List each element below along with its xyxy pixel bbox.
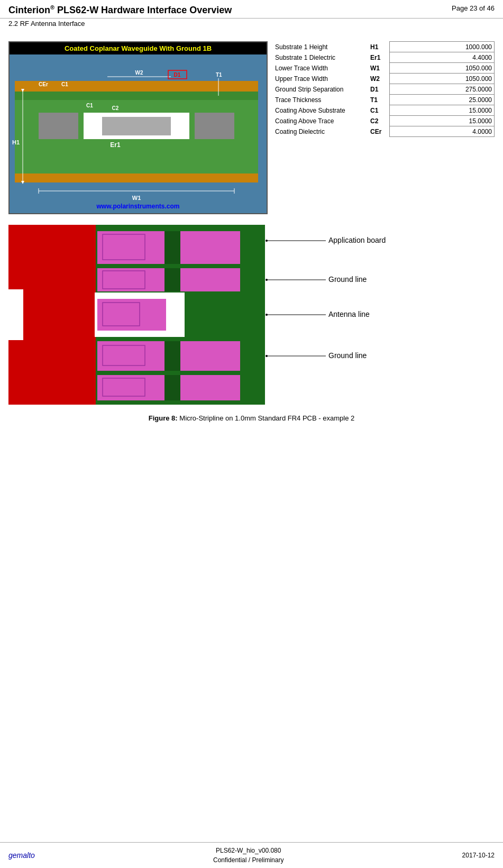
title-text: Cinterion — [8, 5, 50, 15]
svg-text:Antenna line: Antenna line — [328, 310, 370, 318]
diagram-svg: H1 Er1 W1 C2 C1 W2 D1 — [10, 54, 263, 211]
param-name-6: Coating Above Substrate — [273, 105, 368, 116]
top-section: Coated Coplanar Waveguide With Ground 1B — [8, 41, 495, 214]
confidentiality: Confidential / Preliminary — [213, 855, 283, 865]
svg-text:D1: D1 — [174, 72, 181, 78]
param-value-1: 4.4000 — [389, 52, 495, 63]
section-subtitle: 2.2 RF Antenna Interface — [0, 19, 503, 31]
svg-text:Ground line: Ground line — [328, 275, 367, 284]
param-name-0: Substrate 1 Height — [273, 42, 368, 52]
param-name-3: Upper Trace Width — [273, 74, 368, 84]
svg-text:W1: W1 — [132, 195, 141, 201]
footer-center: PLS62-W_hio_v00.080 Confidential / Preli… — [213, 846, 283, 865]
svg-rect-41 — [164, 268, 180, 291]
svg-rect-7 — [39, 113, 78, 139]
param-row-4: Ground Strip Separation D1 275.0000 — [273, 84, 495, 95]
svg-text:W2: W2 — [135, 70, 143, 76]
svg-rect-3 — [15, 90, 258, 100]
pcb-diagram-svg: Application board Ground line Antenna li… — [8, 225, 503, 410]
main-content: Coated Coplanar Waveguide With Ground 1B — [0, 31, 503, 438]
svg-text:Application board: Application board — [328, 236, 386, 244]
param-value-6: 15.0000 — [389, 105, 495, 116]
header: Cinterion® PLS62-W Hardware Interface Ov… — [0, 0, 503, 19]
title-rest: PLS62-W Hardware Interface Overview — [54, 5, 232, 15]
param-name-5: Trace Thickness — [273, 95, 368, 105]
svg-text:C2: C2 — [112, 105, 119, 111]
svg-rect-8 — [195, 113, 234, 139]
waveguide-diagram: Coated Coplanar Waveguide With Ground 1B — [8, 41, 268, 214]
figure-label: Figure 8: — [149, 414, 178, 422]
param-symbol-8: CEr — [368, 126, 389, 137]
param-row-2: Lower Trace Width W1 1050.000 — [273, 63, 495, 74]
svg-text:H1: H1 — [12, 139, 20, 145]
param-symbol-3: W2 — [368, 74, 389, 84]
figure-caption: Figure 8: Micro-Stripline on 1.0mm Stand… — [8, 414, 495, 422]
page-number: Page 23 of 46 — [452, 4, 495, 12]
svg-text:Er1: Er1 — [110, 141, 121, 149]
param-symbol-6: C1 — [368, 105, 389, 116]
svg-rect-4 — [15, 81, 258, 92]
params-table: Substrate 1 Height H1 1000.000 Substrate… — [273, 41, 495, 137]
param-row-8: Coating Dielectric CEr 4.0000 — [273, 126, 495, 137]
param-value-0: 1000.000 — [389, 42, 495, 52]
svg-point-54 — [266, 314, 268, 316]
param-symbol-1: Er1 — [368, 52, 389, 63]
param-name-4: Ground Strip Separation — [273, 84, 368, 95]
pcb-section: Application board Ground line Antenna li… — [8, 225, 495, 422]
document-id: PLS62-W_hio_v00.080 — [213, 846, 283, 855]
param-name-1: Substrate 1 Dielectric — [273, 52, 368, 63]
svg-text:C1: C1 — [86, 103, 93, 108]
param-name-8: Coating Dielectric — [273, 126, 368, 137]
company-logo: gemalto — [8, 851, 35, 860]
figure-text: Micro-Stripline on 1.0mm Standard FR4 PC… — [178, 414, 355, 422]
svg-rect-27 — [8, 289, 23, 340]
param-symbol-2: W1 — [368, 63, 389, 74]
svg-rect-6 — [102, 117, 171, 135]
param-symbol-0: H1 — [368, 42, 389, 52]
param-row-5: Trace Thickness T1 25.0000 — [273, 95, 495, 105]
param-row-1: Substrate 1 Dielectric Er1 4.4000 — [273, 52, 495, 63]
svg-point-55 — [266, 355, 268, 357]
title-sup: ® — [50, 4, 54, 11]
param-value-4: 275.0000 — [389, 84, 495, 95]
param-symbol-4: D1 — [368, 84, 389, 95]
svg-point-53 — [266, 279, 268, 281]
param-row-3: Upper Trace Width W2 1050.000 — [273, 74, 495, 84]
param-row-6: Coating Above Substrate C1 15.0000 — [273, 105, 495, 116]
parameter-table: Substrate 1 Height H1 1000.000 Substrate… — [268, 41, 495, 214]
svg-rect-40 — [164, 231, 180, 264]
diagram-url: www.polarinstruments.com — [10, 203, 267, 210]
footer: gemalto PLS62-W_hio_v00.080 Confidential… — [0, 842, 503, 868]
param-row-7: Coating Above Trace C2 15.0000 — [273, 116, 495, 126]
param-row-0: Substrate 1 Height H1 1000.000 — [273, 42, 495, 52]
diagram-title: Coated Coplanar Waveguide With Ground 1B — [10, 42, 267, 54]
param-value-8: 4.0000 — [389, 126, 495, 137]
svg-text:T1: T1 — [216, 72, 222, 78]
param-name-7: Coating Above Trace — [273, 116, 368, 126]
svg-text:Ground line: Ground line — [328, 351, 367, 360]
footer-date: 2017-10-12 — [462, 852, 495, 859]
param-value-5: 25.0000 — [389, 95, 495, 105]
param-name-2: Lower Trace Width — [273, 63, 368, 74]
diagram-inner: H1 Er1 W1 C2 C1 W2 D1 — [10, 54, 267, 213]
svg-rect-43 — [164, 375, 180, 400]
document-title: Cinterion® PLS62-W Hardware Interface Ov… — [8, 5, 232, 15]
param-value-2: 1050.000 — [389, 63, 495, 74]
param-value-7: 15.0000 — [389, 116, 495, 126]
svg-text:CEr: CEr — [39, 81, 48, 87]
param-symbol-7: C2 — [368, 116, 389, 126]
svg-text:C1: C1 — [61, 81, 68, 87]
param-value-3: 1050.000 — [389, 74, 495, 84]
svg-rect-42 — [164, 341, 180, 371]
svg-point-52 — [266, 240, 268, 242]
param-symbol-5: T1 — [368, 95, 389, 105]
